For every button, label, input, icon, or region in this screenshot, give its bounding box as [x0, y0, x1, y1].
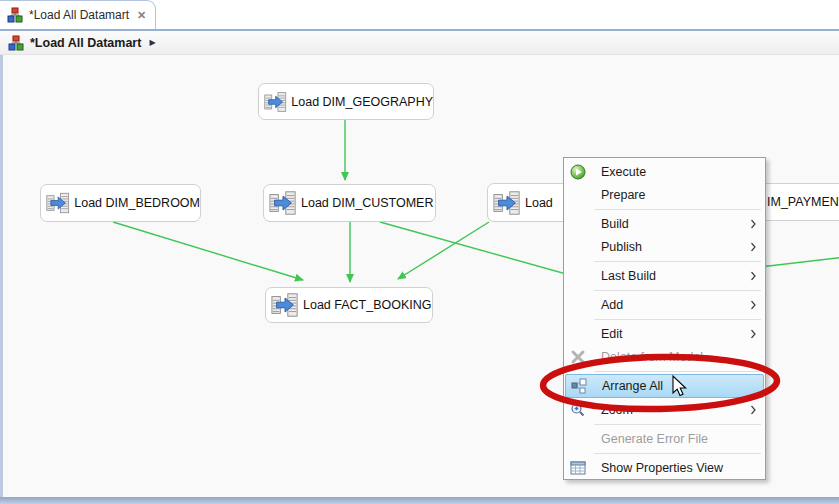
editor-window: *Load All Datamart ✕ *Load All Datamart … [0, 0, 839, 504]
menu-item-label: Add [601, 298, 623, 312]
menu-item-label: Edit [601, 327, 623, 341]
tab-close-icon[interactable]: ✕ [137, 9, 146, 22]
load-table-icon [46, 190, 70, 216]
submenu-arrow-icon [751, 405, 756, 414]
load-table-icon [269, 190, 297, 216]
submenu-arrow-icon [751, 271, 756, 280]
node-label: Load DIM_CUSTOMER [301, 196, 433, 210]
menu-separator [594, 424, 761, 425]
submenu-arrow-icon [751, 329, 756, 338]
menu-item-show-properties-view[interactable]: Show Properties View [564, 456, 765, 479]
node-load-dim-bedroom[interactable]: Load DIM_BEDROOM [40, 184, 201, 222]
menu-separator [594, 261, 761, 262]
menu-separator [594, 290, 761, 291]
breadcrumb-expand-arrow[interactable]: ▶ [149, 39, 155, 47]
menu-item-label: Generate Error File [601, 432, 708, 446]
menu-item-label: Delete from Model [601, 350, 703, 364]
editor-bottom-border [0, 497, 839, 504]
menu-item-execute[interactable]: Execute [564, 160, 765, 183]
menu-item-zoom[interactable]: Zoom [564, 398, 765, 421]
properties-table-icon [570, 460, 586, 476]
arrange-all-icon [571, 378, 587, 394]
node-label: Load DIM_GEOGRAPHY [291, 95, 433, 109]
menu-item-label: Zoom [601, 403, 633, 417]
menu-item-last-build[interactable]: Last Build [564, 264, 765, 287]
submenu-arrow-icon [751, 219, 756, 228]
submenu-arrow-icon [751, 242, 756, 251]
menu-item-label: Show Properties View [601, 461, 723, 475]
delete-x-icon [570, 349, 586, 365]
datamart-model-icon [8, 35, 24, 51]
menu-item-build[interactable]: Build [564, 212, 765, 235]
tab-title: *Load All Datamart [29, 8, 129, 22]
node-label: Load FACT_BOOKING [303, 298, 432, 312]
menu-separator [594, 371, 761, 372]
node-label: Load [525, 196, 553, 210]
edge-bedroom-fact [113, 222, 303, 280]
menu-item-generate-error-file: Generate Error File [564, 427, 765, 450]
zoom-magnifier-icon [570, 402, 586, 418]
menu-separator [594, 453, 761, 454]
datamart-model-icon [7, 7, 23, 23]
menu-item-add[interactable]: Add [564, 293, 765, 316]
edge-payment-fact [398, 222, 489, 279]
menu-item-label: Build [601, 217, 629, 231]
breadcrumb: *Load All Datamart ▶ [0, 31, 839, 55]
load-table-icon [264, 89, 287, 115]
menu-item-label: Last Build [601, 269, 656, 283]
menu-item-publish[interactable]: Publish [564, 235, 765, 258]
menu-separator [594, 209, 761, 210]
context-menu: Execute Prepare Build Publish Last Build… [563, 157, 766, 480]
tab-load-all-datamart[interactable]: *Load All Datamart ✕ [0, 0, 156, 29]
menu-item-label: Publish [601, 240, 642, 254]
editor-left-border [0, 31, 3, 497]
breadcrumb-title[interactable]: *Load All Datamart [30, 36, 141, 50]
node-load-dim-geography[interactable]: Load DIM_GEOGRAPHY [258, 83, 434, 120]
menu-separator [594, 319, 761, 320]
menu-item-arrange-all[interactable]: Arrange All [565, 374, 764, 398]
node-load-dim-customer[interactable]: Load DIM_CUSTOMER [263, 184, 436, 222]
node-label: Load DIM_BEDROOM [74, 196, 200, 210]
menu-item-label: Arrange All [602, 379, 663, 393]
editor-tab-bar: *Load All Datamart ✕ [0, 0, 839, 31]
node-label: IM_PAYMENT_ [767, 195, 839, 209]
menu-item-prepare[interactable]: Prepare [564, 183, 765, 206]
menu-item-delete-from-model: Delete from Model [564, 345, 765, 368]
menu-item-label: Prepare [601, 188, 645, 202]
menu-item-label: Execute [601, 165, 646, 179]
load-table-icon [493, 190, 521, 216]
menu-item-edit[interactable]: Edit [564, 322, 765, 345]
load-table-icon [271, 292, 299, 318]
execute-icon [570, 164, 586, 180]
submenu-arrow-icon [751, 300, 756, 309]
node-load-fact-booking[interactable]: Load FACT_BOOKING [265, 287, 433, 323]
